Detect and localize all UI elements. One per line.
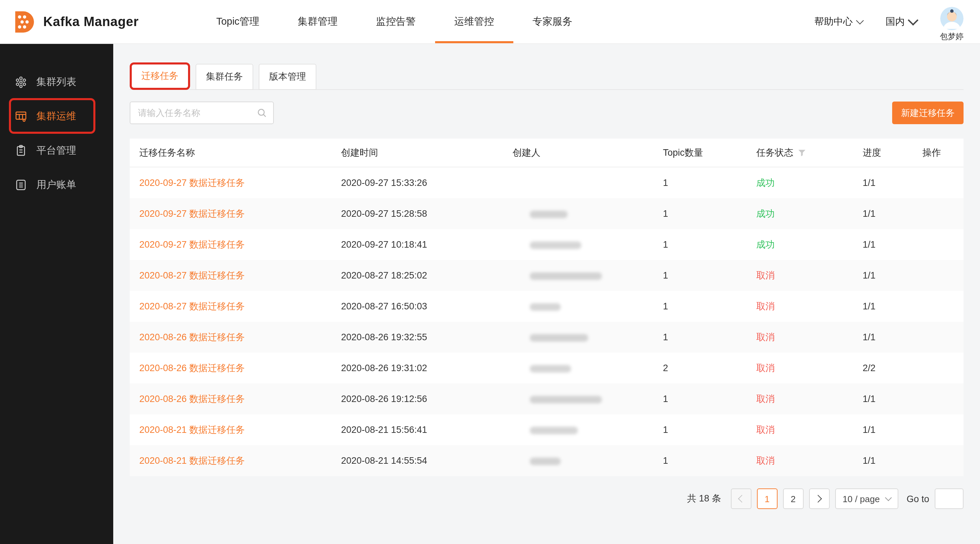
task-name-link[interactable]: 2020-08-26 数据迁移任务: [139, 363, 245, 373]
creator-redacted: [530, 396, 602, 403]
cluster-list-icon: [14, 75, 27, 88]
task-status-cell: 取消: [756, 455, 863, 467]
task-name-link[interactable]: 2020-08-21 数据迁移任务: [139, 424, 245, 435]
task-name-cell: 2020-08-21 数据迁移任务: [139, 455, 341, 467]
topic-count-cell: 1: [663, 301, 756, 311]
platform-manage-icon: [14, 144, 27, 157]
created-time-cell: 2020-09-27 15:28:58: [341, 209, 513, 219]
topic-count-cell: 1: [663, 394, 756, 404]
task-name-link[interactable]: 2020-09-27 数据迁移任务: [139, 239, 245, 249]
column-header-created: 创建时间: [341, 146, 513, 159]
task-status-cell: 取消: [756, 423, 863, 436]
created-time-cell: 2020-08-27 16:50:03: [341, 301, 513, 311]
sidebar-item-user-bill[interactable]: 用户账单: [0, 167, 113, 202]
table-row: 2020-08-27 数据迁移任务2020-08-27 16:50:031取消1…: [130, 291, 964, 322]
table-row: 2020-08-26 数据迁移任务2020-08-26 19:31:022取消2…: [130, 353, 964, 384]
goto-page-input[interactable]: [935, 488, 964, 509]
task-name-cell: 2020-08-26 数据迁移任务: [139, 362, 341, 374]
task-status-cell: 取消: [756, 300, 863, 312]
user-menu[interactable]: 包梦婷: [940, 7, 964, 42]
header-right: 帮助中心 国内 包梦婷: [814, 2, 964, 42]
nav-item-expert[interactable]: 专家服务: [513, 0, 592, 43]
chevron-down-icon: [856, 16, 864, 24]
filter-icon[interactable]: [797, 148, 807, 157]
chevron-down-icon: [885, 494, 892, 501]
goto-label: Go to: [907, 493, 929, 504]
created-time-cell: 2020-08-26 19:31:02: [341, 363, 513, 373]
page-button-2[interactable]: 2: [783, 488, 803, 509]
topic-count-cell: 2: [663, 363, 756, 373]
task-name-link[interactable]: 2020-09-27 数据迁移任务: [139, 177, 245, 188]
pagination-total: 共 18 条: [687, 493, 721, 505]
task-name-cell: 2020-08-26 数据迁移任务: [139, 331, 341, 343]
tab-migration-tasks[interactable]: 迁移任务: [130, 62, 190, 90]
progress-cell: 1/1: [863, 332, 922, 342]
topic-count-cell: 1: [663, 209, 756, 219]
topic-count-cell: 1: [663, 455, 756, 466]
tab-label: 集群任务: [206, 71, 243, 83]
nav-item-cluster[interactable]: 集群管理: [278, 0, 357, 43]
chevron-right-icon: [814, 495, 822, 503]
nav-item-ops[interactable]: 运维管控: [435, 0, 513, 43]
column-header-name: 迁移任务名称: [139, 146, 341, 159]
region-select[interactable]: 国内: [886, 16, 916, 28]
user-bill-icon: [14, 178, 27, 191]
task-name-link[interactable]: 2020-09-27 数据迁移任务: [139, 208, 245, 219]
topic-count-cell: 1: [663, 270, 756, 281]
sidebar-item-platform-manage[interactable]: 平台管理: [0, 133, 113, 167]
help-center-label: 帮助中心: [814, 16, 853, 28]
task-status-cell: 取消: [756, 269, 863, 282]
progress-cell: 1/1: [863, 239, 922, 250]
search-input[interactable]: [130, 102, 253, 124]
created-time-cell: 2020-08-21 15:56:41: [341, 425, 513, 435]
next-page-button[interactable]: [809, 488, 830, 509]
creator-cell: [513, 332, 663, 342]
created-time-cell: 2020-08-26 19:32:55: [341, 332, 513, 342]
task-name-link[interactable]: 2020-08-27 数据迁移任务: [139, 270, 245, 280]
sidebar-item-label: 集群列表: [37, 75, 76, 88]
progress-cell: 1/1: [863, 270, 922, 281]
migration-task-table: 迁移任务名称创建时间创建人Topic数量任务状态进度操作 2020-09-27 …: [130, 139, 964, 476]
task-name-link[interactable]: 2020-08-21 数据迁移任务: [139, 455, 245, 465]
task-name-link[interactable]: 2020-08-27 数据迁移任务: [139, 301, 245, 311]
prev-page-button[interactable]: [731, 488, 751, 509]
nav-item-topic[interactable]: Topic管理: [197, 0, 278, 43]
table-row: 2020-08-26 数据迁移任务2020-08-26 19:12:561取消1…: [130, 384, 964, 414]
table-row: 2020-08-27 数据迁移任务2020-08-27 18:25:021取消1…: [130, 260, 964, 291]
task-name-link[interactable]: 2020-08-26 数据迁移任务: [139, 331, 245, 342]
main-content: 迁移任务集群任务版本管理 新建迁移任务 迁移任务名称创建时间创建人Topic数量…: [113, 44, 980, 544]
region-label: 国内: [886, 16, 905, 28]
task-name-cell: 2020-09-27 数据迁移任务: [139, 208, 341, 220]
page-size-label: 10 / page: [843, 493, 880, 504]
created-time-cell: 2020-08-21 14:55:54: [341, 455, 513, 466]
help-center-link[interactable]: 帮助中心: [814, 16, 862, 28]
header-nav: Topic管理集群管理监控告警运维管控专家服务: [197, 0, 592, 43]
created-time-cell: 2020-08-26 19:12:56: [341, 394, 513, 404]
tab-cluster-tasks[interactable]: 集群任务: [196, 64, 253, 90]
nav-item-monitor[interactable]: 监控告警: [357, 0, 435, 43]
creator-cell: [513, 363, 663, 373]
task-name-link[interactable]: 2020-08-26 数据迁移任务: [139, 393, 245, 404]
task-name-cell: 2020-08-27 数据迁移任务: [139, 269, 341, 282]
task-name-cell: 2020-08-26 数据迁移任务: [139, 393, 341, 405]
column-header-creator: 创建人: [513, 146, 663, 159]
create-migration-task-button[interactable]: 新建迁移任务: [892, 102, 964, 124]
sidebar-item-cluster-list[interactable]: 集群列表: [0, 65, 113, 99]
table-row: 2020-08-21 数据迁移任务2020-08-21 14:55:541取消1…: [130, 445, 964, 476]
page-size-select[interactable]: 10 / page: [835, 488, 898, 509]
created-time-cell: 2020-09-27 15:33:26: [341, 178, 513, 188]
chevron-down-icon: [907, 15, 918, 25]
column-label: 创建时间: [341, 146, 378, 159]
column-label: 操作: [922, 146, 941, 159]
search-input-wrap: [130, 102, 274, 124]
tab-version-manage[interactable]: 版本管理: [259, 64, 317, 90]
kafka-manager-logo-icon: [10, 8, 37, 35]
tab-label: 版本管理: [269, 71, 306, 83]
table-row: 2020-08-21 数据迁移任务2020-08-21 15:56:411取消1…: [130, 414, 964, 445]
table-row: 2020-09-27 数据迁移任务2020-09-27 15:33:261成功1…: [130, 167, 964, 198]
tab-bar: 迁移任务集群任务版本管理: [130, 62, 964, 90]
progress-cell: 1/1: [863, 209, 922, 219]
page-button-1[interactable]: 1: [757, 488, 778, 509]
task-name-cell: 2020-09-27 数据迁移任务: [139, 177, 341, 189]
sidebar-item-cluster-ops[interactable]: 集群运维: [0, 99, 113, 133]
